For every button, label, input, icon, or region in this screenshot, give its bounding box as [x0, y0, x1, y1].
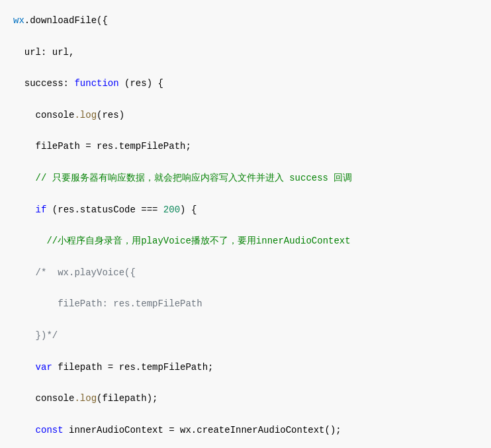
code-line-18 [13, 281, 471, 297]
code-line-28 [13, 439, 471, 448]
code-line-12 [13, 187, 471, 202]
code-line-2 [13, 29, 471, 45]
code-line-21: })*/ [13, 328, 471, 344]
code-line-16 [13, 249, 471, 265]
code-line-20 [13, 312, 471, 328]
code-line-13: if (res.statusCode === 200) { [13, 202, 471, 218]
code-line-15: //小程序自身录音，用playVoice播放不了，要用innerAudioCon… [13, 234, 471, 249]
code-line-26 [13, 407, 471, 423]
code-line-9: filePath = res.tempFilePath; [13, 139, 471, 155]
code-line-22 [13, 344, 471, 360]
code-line-6 [13, 92, 471, 108]
code-line-14 [13, 218, 471, 234]
code-line-4 [13, 60, 471, 76]
code-line-8 [13, 124, 471, 140]
code-line-19: filePath: res.tempFilePath [13, 296, 471, 312]
code-line-11: // 只要服务器有响应数据，就会把响应内容写入文件并进入 success 回调 [13, 171, 471, 187]
code-line-1: wx.downloadFile({ [13, 13, 471, 29]
code-line-10 [13, 155, 471, 171]
code-line-5: success: function (res) { [13, 76, 471, 92]
code-block: wx.downloadFile({ url: url, success: fun… [13, 13, 471, 448]
code-line-3: url: url, [13, 45, 471, 61]
code-line-25: console.log(filepath); [13, 391, 471, 407]
code-line-7: console.log(res) [13, 108, 471, 124]
code-line-23: var filepath = res.tempFilePath; [13, 360, 471, 376]
code-line-17: /* wx.playVoice({ [13, 265, 471, 281]
code-editor: wx.downloadFile({ url: url, success: fun… [0, 0, 491, 448]
code-line-27: const innerAudioContext = wx.createInner… [13, 423, 471, 439]
code-line-24 [13, 375, 471, 391]
